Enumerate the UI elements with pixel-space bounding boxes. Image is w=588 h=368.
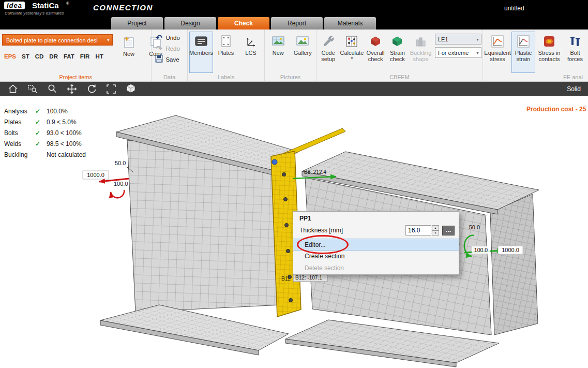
undo-label: Undo [165, 35, 180, 41]
code-fir[interactable]: FIR [80, 53, 90, 60]
thickness-label: Thickness [mm] [299, 227, 405, 234]
equivalent-stress-button[interactable]: Equivalent stress [484, 32, 511, 73]
plates-icon [220, 33, 232, 50]
viewport-toolbar: Solid [0, 82, 588, 96]
abacus-icon [345, 33, 358, 50]
group-label-fe-analysis: FE anal [563, 74, 583, 80]
spinner-up-icon[interactable]: ▲ [432, 225, 439, 230]
group-label-project-items: Project items [0, 74, 151, 80]
viewport-3d[interactable]: 50.0 1000.0 100.0 B8: 212.4 -50.0 100.0 … [0, 96, 588, 368]
chevron-down-icon[interactable]: ▼ [350, 56, 354, 61]
result-label: Bolts [4, 129, 35, 137]
registered-mark: ® [66, 1, 69, 6]
redo-icon: ↷ [155, 45, 163, 53]
code-fat[interactable]: FAT [64, 53, 74, 60]
moment-left-label: 100.0 [114, 181, 128, 187]
members-icon [194, 33, 208, 50]
loadcase-combo[interactable]: LE1 ▼ [435, 34, 481, 45]
overall-check-button[interactable]: Overall check [365, 32, 386, 73]
strain-check-button[interactable]: Strain check [387, 32, 408, 73]
check-icon: ✓ [35, 129, 47, 137]
node-marker[interactable] [272, 159, 277, 165]
new-item-button[interactable]: New [117, 33, 141, 57]
code-st[interactable]: ST [22, 53, 29, 60]
save-button[interactable]: Save [152, 54, 187, 65]
production-cost: Production cost - 25 [526, 106, 588, 113]
zoom-window-icon[interactable] [27, 83, 38, 95]
section-view-icon[interactable] [125, 83, 137, 95]
code-eps[interactable]: EPS [4, 53, 16, 60]
bolt-b8-label: B8: 212.4 [304, 169, 326, 175]
group-label-pictures: Pictures [265, 74, 316, 80]
result-label: Welds [4, 140, 35, 148]
gallery-icon [296, 33, 309, 50]
result-value: Not calculated [47, 151, 86, 158]
undo-button[interactable]: ↶ Undo [152, 32, 187, 43]
gallery-button[interactable]: Gallery [291, 32, 315, 73]
tab-check[interactable]: Check [218, 17, 269, 30]
tab-design[interactable]: Design [164, 17, 216, 30]
menu-item-create-section[interactable]: Create section [293, 251, 459, 262]
thickness-more-button[interactable]: ... [442, 226, 455, 235]
lcs-button[interactable]: LCS [239, 32, 263, 73]
plates-labels-button[interactable]: Plates [214, 32, 238, 73]
calculate-button[interactable]: Calculate ▼ [339, 32, 364, 73]
plate-context-menu: PP1 Thickness [mm] ▲ ▼ ... Editor... Cre… [293, 211, 459, 275]
bolt-forces-icon [568, 33, 582, 50]
result-value: 98.5 < 100% [47, 140, 82, 148]
zoom-icon[interactable] [47, 83, 58, 95]
code-cd[interactable]: CD [35, 53, 44, 60]
render-mode-selector[interactable]: Solid [567, 85, 581, 93]
redo-button[interactable]: ↷ Redo [152, 43, 187, 54]
result-row-plates[interactable]: Plates ✓ 0.9 < 5.0% [4, 116, 86, 127]
title-bar: idea StatiCa ® Calculate yesterday's est… [0, 0, 588, 17]
moment-left-arrow [111, 190, 124, 198]
result-label: Analysis [4, 108, 35, 115]
result-row-welds[interactable]: Welds ✓ 98.5 < 100% [4, 138, 86, 149]
result-row-buckling[interactable]: Buckling Not calculated [4, 149, 86, 160]
project-item-dropdown-value: Bolted plate to plate connection desi [6, 37, 98, 43]
result-label: Buckling [4, 151, 35, 158]
plastic-strain-button[interactable]: Plastic strain [511, 32, 535, 73]
new-item-label: New [123, 51, 134, 57]
force-left-label: 1000.0 [87, 172, 104, 178]
home-view-icon[interactable] [7, 83, 19, 95]
results-summary: Analysis ✓ 100.0% Plates ✓ 0.9 < 5.0% Bo… [4, 106, 86, 160]
tab-materials[interactable]: Materials [324, 17, 376, 30]
code-setup-button[interactable]: Code setup [318, 32, 339, 73]
tab-project[interactable]: Project [111, 17, 163, 30]
members-labels-button[interactable]: Members [189, 32, 213, 73]
result-row-bolts[interactable]: Bolts ✓ 93.0 < 100% [4, 127, 86, 138]
tab-report[interactable]: Report [271, 17, 323, 30]
check-icon: ✓ [35, 108, 47, 115]
group-pictures: New Gallery Pictures [265, 30, 316, 81]
code-ht[interactable]: HT [95, 53, 103, 60]
overall-check-icon [369, 33, 382, 50]
result-row-analysis[interactable]: Analysis ✓ 100.0% [4, 106, 86, 116]
new-picture-label: New [273, 50, 284, 56]
thickness-stepper: ▲ ▼ [432, 225, 439, 235]
chevron-down-icon: ▼ [107, 35, 110, 46]
bolt-forces-button[interactable]: Bolt forces [563, 32, 587, 73]
app-title: CONNECTION [93, 3, 153, 12]
extreme-combo[interactable]: For extreme ▼ [435, 47, 481, 58]
code-dr[interactable]: DR [49, 53, 58, 60]
overall-check-label: Overall check [365, 50, 385, 62]
buckling-shape-button[interactable]: Buckling shape [409, 32, 433, 73]
new-picture-icon [272, 33, 285, 50]
stress-in-contacts-button[interactable]: Stress in contacts [536, 32, 563, 73]
menu-item-editor[interactable]: Editor... [293, 239, 459, 251]
ribbon-tabbar: Project Design Check Report Materials [0, 17, 588, 30]
plastic-strain-icon [517, 33, 530, 50]
right-beam-end-face[interactable] [490, 194, 538, 335]
result-value: 93.0 < 100% [47, 129, 82, 137]
rotate-icon[interactable] [86, 83, 97, 95]
project-item-dropdown[interactable]: Bolted plate to plate connection desi ▼ [2, 34, 113, 46]
thickness-input[interactable] [405, 225, 431, 235]
fit-view-icon[interactable] [105, 83, 117, 95]
spinner-down-icon[interactable]: ▼ [432, 230, 439, 235]
members-label: Members [189, 50, 213, 56]
new-picture-button[interactable]: New [266, 32, 290, 73]
pan-icon[interactable] [66, 83, 78, 95]
document-title: untitled [504, 5, 524, 12]
